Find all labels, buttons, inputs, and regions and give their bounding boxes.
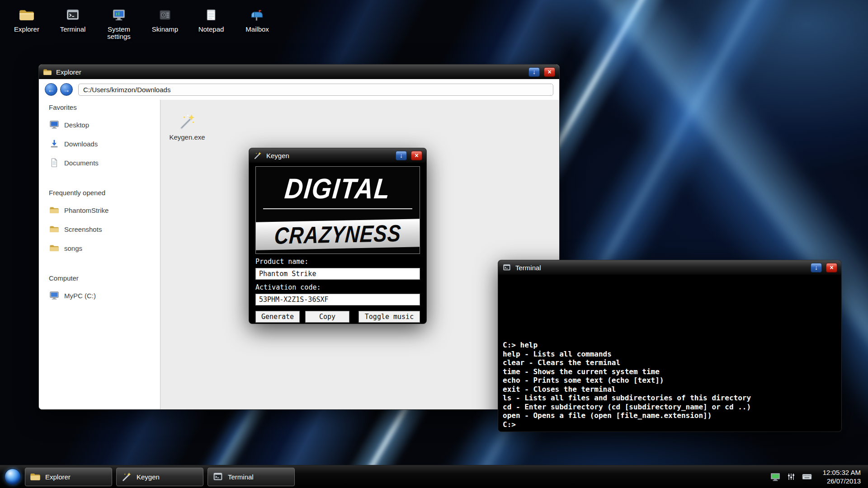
explorer-titlebar[interactable]: Explorer ↓ × <box>39 65 559 79</box>
terminal-output-line: exit - Closes the terminal <box>503 385 751 394</box>
clock-date: 26/07/2013 <box>823 477 861 485</box>
window-title: Keygen <box>266 152 289 160</box>
toggle-music-button[interactable]: Toggle music <box>359 311 420 323</box>
terminal-icon <box>212 471 223 482</box>
sidebar-item-screenshots[interactable]: Screenshots <box>49 220 160 239</box>
taskbar-task-explorer[interactable]: Explorer <box>25 468 112 486</box>
desktop-icons: Explorer Terminal System settings Skinam… <box>4 6 280 40</box>
terminal-window: Terminal ↓ × C:> help help - Lists all c… <box>498 260 841 432</box>
keygen-window: Keygen ↓ × DIGITAL CRAZYNESS Product nam… <box>249 148 426 324</box>
minimize-button[interactable]: ↓ <box>811 263 822 272</box>
magic-wand-icon <box>121 471 132 482</box>
sidebar-item-songs[interactable]: songs <box>49 239 160 258</box>
terminal-output-line: time - Shows the current system time <box>503 367 751 376</box>
logo-text-digital: DIGITAL <box>255 172 420 205</box>
folder-icon <box>17 6 36 23</box>
file-keygen-exe[interactable]: Keygen.exe <box>164 113 210 141</box>
sidebar-item-label: songs <box>64 244 82 252</box>
terminal-icon <box>63 6 82 23</box>
desktop-icon-label: Skinamp <box>152 26 178 33</box>
logo-underline <box>263 208 412 209</box>
sidebar-section-header: Frequently opened <box>49 188 160 197</box>
keyboard-tray-icon[interactable] <box>802 472 812 482</box>
sidebar-item-downloads[interactable]: Downloads <box>49 134 160 153</box>
magic-wand-icon <box>253 151 262 160</box>
sidebar-section-frequently-opened: Frequently opened PhantomStrike Screensh… <box>49 188 160 258</box>
monitor-icon <box>49 120 59 130</box>
desktop: Explorer Terminal System settings Skinam… <box>0 0 868 488</box>
close-button[interactable]: × <box>826 263 837 272</box>
activation-code-input[interactable] <box>255 294 420 305</box>
terminal-output-line: open - Opens a file (open [file_name.ext… <box>503 411 751 420</box>
activation-code-label: Activation code: <box>255 283 420 292</box>
taskbar-task-keygen[interactable]: Keygen <box>116 468 203 486</box>
download-arrow-icon <box>49 139 59 149</box>
task-label: Keygen <box>137 473 160 481</box>
desktop-icon-mailbox[interactable]: Mailbox <box>234 6 280 40</box>
sidebar-section-header: Favorites <box>49 103 160 112</box>
sidebar-section-header: Computer <box>49 273 160 282</box>
copy-button[interactable]: Copy <box>305 311 349 323</box>
notepad-icon <box>202 6 221 23</box>
sidebar-item-phantomstrike[interactable]: PhantomStrike <box>49 201 160 220</box>
task-label: Terminal <box>228 473 254 481</box>
display-tray-icon[interactable] <box>770 472 780 482</box>
sidebar-section-computer: Computer MyPC (C:) <box>49 273 160 305</box>
folder-icon <box>30 471 41 482</box>
taskbar-task-terminal[interactable]: Terminal <box>208 468 295 486</box>
minimize-button[interactable]: ↓ <box>528 67 540 77</box>
volume-mixer-tray-icon[interactable] <box>786 472 796 482</box>
desktop-icon-label: Terminal <box>60 26 86 33</box>
desktop-icon-system-settings[interactable]: System settings <box>96 6 142 40</box>
start-button[interactable] <box>5 469 21 485</box>
close-button[interactable]: × <box>544 67 555 77</box>
sidebar-section-favorites: Favorites Desktop Downloads <box>49 103 160 172</box>
logo-strip: CRAZYNESS <box>255 219 420 250</box>
back-button[interactable]: ← <box>45 83 57 96</box>
taskbar-clock[interactable]: 12:05:32 AM 26/07/2013 <box>823 468 861 485</box>
clock-time: 12:05:32 AM <box>823 468 861 477</box>
sidebar-item-label: Screenshots <box>64 225 102 233</box>
terminal-output-line: help - Lists all commands <box>503 350 751 359</box>
close-button[interactable]: × <box>411 151 422 160</box>
forward-button[interactable]: → <box>60 83 73 96</box>
desktop-icon-explorer[interactable]: Explorer <box>4 6 50 40</box>
computer-icon <box>49 291 59 301</box>
explorer-navigation-bar: ← → <box>39 79 559 100</box>
desktop-icon-notepad[interactable]: Notepad <box>188 6 234 40</box>
window-title: Explorer <box>56 68 81 76</box>
sidebar-item-desktop[interactable]: Desktop <box>49 115 160 134</box>
document-icon <box>49 158 59 168</box>
terminal-output-line: C:> help <box>503 341 751 350</box>
minimize-button[interactable]: ↓ <box>396 151 407 160</box>
desktop-icon-terminal[interactable]: Terminal <box>50 6 96 40</box>
desktop-icon-label: Notepad <box>198 26 224 33</box>
sidebar-item-documents[interactable]: Documents <box>49 153 160 172</box>
address-bar-input[interactable] <box>78 84 553 96</box>
explorer-sidebar: Favorites Desktop Downloads <box>39 100 160 409</box>
window-title: Terminal <box>515 264 541 272</box>
keygen-buttons: Generate Copy Toggle music <box>255 311 420 323</box>
terminal-prompt-line: C:> <box>503 420 751 429</box>
sidebar-item-mypc[interactable]: MyPC (C:) <box>49 286 160 305</box>
keygen-titlebar[interactable]: Keygen ↓ × <box>249 148 426 163</box>
terminal-titlebar[interactable]: Terminal ↓ × <box>498 260 841 275</box>
terminal-icon <box>502 263 511 272</box>
keygen-logo: DIGITAL CRAZYNESS <box>255 166 420 254</box>
generate-button[interactable]: Generate <box>255 311 300 323</box>
terminal-output: C:> help help - Lists all commands clear… <box>503 341 751 429</box>
product-name-input[interactable] <box>255 268 420 280</box>
terminal-output-line: cd - Enter subdirectory (cd [subdirector… <box>503 403 751 412</box>
system-tray: 12:05:32 AM 26/07/2013 <box>770 468 863 485</box>
magic-wand-icon <box>177 113 197 131</box>
terminal-content[interactable]: C:> help help - Lists all commands clear… <box>498 275 841 432</box>
desktop-icon-skinamp[interactable]: Skinamp <box>142 6 188 40</box>
desktop-icon-label: System settings <box>96 26 142 40</box>
terminal-output-line: clear - Clears the terminal <box>503 358 751 367</box>
sidebar-item-label: PhantomStrike <box>64 206 108 214</box>
sidebar-item-label: MyPC (C:) <box>64 292 96 300</box>
file-label: Keygen.exe <box>164 133 210 141</box>
keygen-content: DIGITAL CRAZYNESS Product name: Activati… <box>249 163 426 324</box>
task-label: Explorer <box>45 473 71 481</box>
taskbar: Explorer Keygen Terminal <box>0 465 868 488</box>
